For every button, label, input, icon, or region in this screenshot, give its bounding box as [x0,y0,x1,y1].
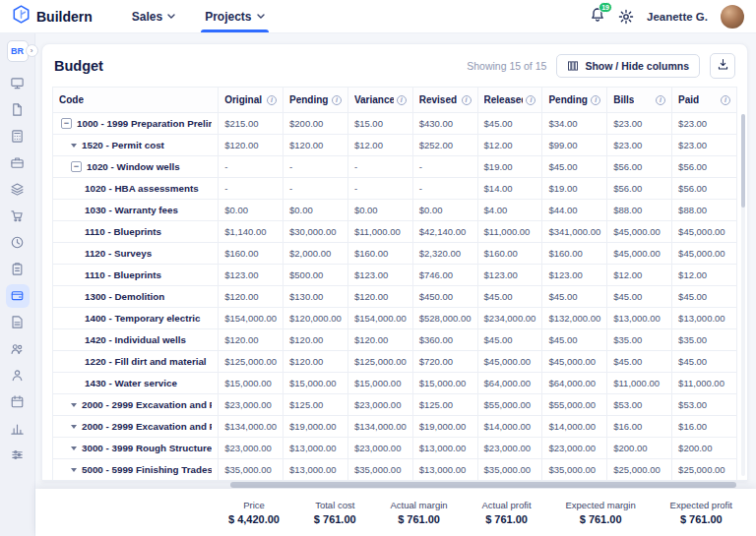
column-header-bills[interactable]: Billsi [607,88,672,113]
expand-toggle-icon[interactable] [71,468,77,472]
cell-value: $160.00 [219,243,284,265]
info-icon[interactable]: i [591,95,600,105]
cell-value: $2,000.00 [284,243,348,265]
table-row[interactable]: 1120 - Surveys$160.00$2,000.00$160.00$2,… [53,243,737,265]
collapse-toggle-icon[interactable]: − [71,161,82,172]
info-icon[interactable]: i [332,95,342,105]
row-code-label: 2000 - 2999 Excavation and Foundation [82,399,212,410]
sidebar-item-team-icon[interactable] [6,337,30,361]
horizontal-scrollbar[interactable] [41,481,748,489]
sidebar-item-purchases-icon[interactable] [6,205,30,228]
table-row[interactable]: 2000 - 2999 Excavation and Foundation$23… [53,394,737,416]
cell-value: $13,000.00 [607,308,672,329]
columns-icon [567,60,579,72]
sidebar-item-settings-icon[interactable] [6,444,30,467]
cell-value: $19.00 [477,156,542,178]
cell-value: $13,000.00 [412,438,477,459]
table-row[interactable]: 2000 - 2999 Excavation and Foundation$13… [53,416,737,438]
cell-value: $120.00 [219,286,284,308]
sidebar-item-dashboard-icon[interactable] [6,72,30,95]
info-icon[interactable]: i [656,95,665,105]
cell-value: $13,000.00 [284,438,348,459]
cell-value: $23.00 [672,135,737,156]
brand[interactable]: Buildern [12,0,93,32]
column-label: Bills [613,94,634,105]
vertical-scrollbar[interactable] [741,114,745,476]
table-row[interactable]: 1220 - Fill dirt and material$125,000.00… [53,351,737,373]
cell-value: $45.00 [607,351,672,373]
budget-card: Budget Showing 15 of 15 Show / Hide colu… [41,43,748,481]
sidebar-item-projects-icon[interactable] [6,151,30,175]
cell-value: $35,000.00 [347,459,412,481]
info-icon[interactable]: i [267,95,277,105]
nav-item-projects[interactable]: Projects [205,0,264,32]
sidebar-item-estimates-icon[interactable] [6,98,30,122]
sidebar-item-calendar-icon[interactable] [6,390,30,414]
sidebar-item-documents-icon[interactable] [6,311,30,334]
sidebar-item-budget-icon[interactable] [6,284,30,308]
column-header-pending-changes[interactable]: Pending changesi [284,88,348,113]
table-row[interactable]: 1400 - Temporary electric$154,000.00$120… [53,308,737,329]
avatar[interactable] [721,5,744,29]
notifications-button[interactable]: 19 [590,7,605,27]
sidebar-collapse-button[interactable]: › [26,44,38,57]
sidebar-item-reports-icon[interactable] [6,417,30,441]
table-row[interactable]: 1430 - Water service$15,000.00$15,000.00… [53,373,737,394]
cell-value: $123.00 [219,265,284,286]
cell-value: $53.00 [672,394,737,416]
table-row[interactable]: 1110 - Blueprints$1,140.00$30,000.00$11,… [53,221,737,243]
show-hide-columns-button[interactable]: Show / Hide columns [556,54,700,78]
export-button[interactable] [710,53,735,79]
cell-value: $35,000.00 [477,459,542,481]
table-row[interactable]: 1030 - Warranty fees$0.00$0.00$0.00$0.00… [53,200,737,221]
expand-toggle-icon[interactable] [71,144,77,148]
table-row[interactable]: 3000 - 3999 Rough Structure$23,000.00$13… [53,438,737,459]
sidebar-item-time-icon[interactable] [6,231,30,255]
info-icon[interactable]: i [526,95,536,105]
sidebar-item-materials-icon[interactable] [6,178,30,202]
table-row[interactable]: 1420 - Individual wells$120.00$120.00$12… [53,329,737,351]
info-icon[interactable]: i [397,95,407,105]
sidebar-item-clients-icon[interactable] [6,364,30,387]
info-icon[interactable]: i [462,95,472,105]
sidebar-item-schedule-icon[interactable] [6,258,30,281]
horizontal-scrollbar-thumb[interactable] [230,482,736,488]
column-header-revised[interactable]: Revisedi [412,88,477,113]
user-name[interactable]: Jeanette G. [647,11,708,23]
table-row[interactable]: 1300 - Demolition$120.00$130.00$120.00$4… [53,286,737,308]
table-row[interactable]: 1520 - Permit cost$120.00$120.00$12.00$2… [53,135,737,156]
cell-value: - [347,156,412,178]
summary-value: $ 4,420.00 [228,513,280,525]
table-row[interactable]: 5000 - 5999 Finishing Trades$35,000.00$1… [53,459,737,481]
cell-value: $45.00 [672,351,737,373]
summary-value: $ 761.00 [481,513,531,525]
showing-count: Showing 15 of 15 [467,60,546,72]
nav-item-sales[interactable]: Sales [132,0,175,32]
cell-value: $45,000.00 [542,351,607,373]
column-header-code[interactable]: Code [53,88,219,113]
collapse-toggle-icon[interactable]: − [61,118,72,129]
table-row[interactable]: 1020 - HBA assessments----$14.00$19.00$5… [53,178,737,200]
column-header-pending-po[interactable]: Pending POi [542,88,607,113]
column-label: Code [59,94,84,105]
column-header-original-cost[interactable]: Original Costi [219,88,284,113]
vertical-scrollbar-thumb[interactable] [741,114,745,208]
table-row[interactable]: −1000 - 1999 Preparation Preliminaries$2… [53,113,737,135]
sidebar-item-calculator-icon[interactable] [6,125,30,149]
cell-value: $35,000.00 [219,459,284,481]
settings-gear-icon[interactable] [618,9,634,25]
column-header-released-po[interactable]: Released POi [477,88,542,113]
info-icon[interactable]: i [721,95,730,105]
cell-value: $11,000.00 [607,373,672,394]
cell-value: $45,000.00 [607,243,672,265]
column-header-paid[interactable]: Paidi [672,88,737,113]
table-row[interactable]: −1020 - Window wells----$19.00$45.00$56.… [53,156,737,178]
expand-toggle-icon[interactable] [71,403,77,407]
expand-toggle-icon[interactable] [71,447,77,450]
cell-value: $200.00 [672,438,737,459]
cell-value: $13,000.00 [284,459,348,481]
summary-price: Price$ 4,420.00 [228,500,280,525]
table-row[interactable]: 1110 - Blueprints$123.00$500.00$123.00$7… [53,265,737,286]
expand-toggle-icon[interactable] [71,425,77,429]
column-header-variance[interactable]: Variancei [347,88,412,113]
